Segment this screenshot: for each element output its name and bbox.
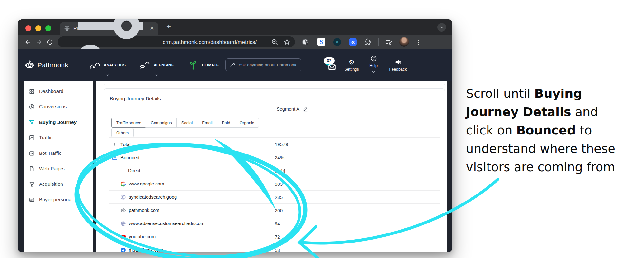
table-row-direct[interactable]: Direct3044 bbox=[109, 164, 440, 177]
filter-tab-paid[interactable]: Paid bbox=[217, 118, 235, 128]
help-button[interactable]: Help bbox=[363, 49, 384, 81]
feedback-button[interactable]: Feedback bbox=[384, 49, 412, 81]
media-controls-button[interactable] bbox=[384, 38, 393, 46]
main-content: Buying Journey Details Segment A Traffic… bbox=[96, 81, 447, 252]
row-label: syndicatedsearch.goog bbox=[129, 194, 177, 200]
robot-icon bbox=[25, 60, 34, 70]
brand-logo[interactable]: Pathmonk bbox=[25, 49, 68, 81]
puzzle-icon bbox=[364, 38, 372, 46]
zoom-out-icon[interactable] bbox=[271, 38, 278, 45]
avatar[interactable] bbox=[399, 37, 409, 47]
help-label: Help bbox=[369, 64, 378, 68]
nav-item-climate[interactable]: CLIMATE bbox=[187, 49, 219, 81]
sidebar-item-acquisition[interactable]: Acquisition bbox=[24, 176, 93, 192]
segment-selector[interactable]: Segment A bbox=[277, 106, 308, 112]
persona-card-icon bbox=[29, 197, 35, 203]
row-value: 983 bbox=[275, 181, 283, 187]
table-row-pathmonk-com[interactable]: pathmonk.com200 bbox=[109, 204, 440, 217]
gear-icon: ⚙ bbox=[348, 59, 355, 65]
notification-badge: 37 bbox=[324, 57, 335, 64]
row-label: Total bbox=[120, 142, 131, 147]
plus-icon[interactable] bbox=[112, 141, 118, 147]
row-label: www.google.com bbox=[129, 181, 164, 186]
table-row-www-adsensecustomsearchads-com[interactable]: www.adsensecustomsearchads.com94 bbox=[109, 217, 440, 230]
sidebar-item-bot-traffic[interactable]: Bot Traffic bbox=[24, 145, 93, 161]
table-row-syndicatedsearch-goog[interactable]: syndicatedsearch.goog235 bbox=[109, 191, 440, 204]
stripe-extension-icon: S bbox=[317, 38, 325, 46]
bookmark-star-icon[interactable] bbox=[283, 38, 290, 45]
ask-placeholder: Ask anything about Pathmonk bbox=[239, 63, 296, 67]
address-bar[interactable]: crm.pathmonk.com/dashboard/metrics/ bbox=[58, 36, 295, 47]
sidebar-item-traffic[interactable]: Traffic bbox=[24, 130, 93, 145]
card-title: Buying Journey Details bbox=[110, 96, 161, 102]
grid-icon bbox=[29, 88, 35, 94]
forward-button[interactable] bbox=[33, 37, 44, 47]
table-row-youtube-com[interactable]: youtube.com72 bbox=[109, 230, 440, 243]
rewind-extension-icon[interactable]: « bbox=[349, 38, 357, 46]
back-button[interactable] bbox=[22, 37, 33, 47]
row-value: 235 bbox=[275, 194, 283, 200]
new-tab-button[interactable]: + bbox=[166, 22, 171, 31]
table-row-bounced[interactable]: Bounced24% bbox=[109, 151, 440, 164]
annotation-line: Scroll until Buying bbox=[466, 84, 637, 103]
pencil-icon[interactable] bbox=[303, 106, 308, 112]
table-row-m-facebook-com[interactable]: m.facebook.com53 bbox=[109, 243, 440, 252]
browser-menu-button[interactable]: ⋮ bbox=[415, 38, 421, 46]
tab-list-chevron-button[interactable] bbox=[437, 23, 446, 32]
sidebar-item-label: Dashboard bbox=[39, 88, 63, 94]
sidebar-item-web-pages[interactable]: Web Pages bbox=[24, 161, 93, 176]
settings-label: Settings bbox=[344, 67, 359, 72]
sidebar-item-conversions[interactable]: Conversions bbox=[24, 99, 93, 114]
nav-label: ANALYTICS bbox=[104, 63, 126, 67]
row-value: 72 bbox=[275, 234, 280, 240]
sidebar-item-label: Traffic bbox=[39, 135, 52, 141]
filter-tab-campaigns[interactable]: Campaigns bbox=[146, 118, 177, 128]
row-label: www.adsensecustomsearchads.com bbox=[129, 221, 204, 226]
chat-extension-icon[interactable]: ✳ bbox=[333, 38, 341, 46]
close-window-button[interactable] bbox=[25, 25, 31, 31]
app-nav: ANALYTICS AI ENGINE CLIMATE bbox=[89, 49, 219, 81]
extensions-menu-button[interactable] bbox=[364, 38, 372, 46]
row-label: m.facebook.com bbox=[129, 247, 163, 252]
window-controls bbox=[25, 25, 51, 31]
chat-extension-icon: ✳ bbox=[333, 38, 341, 46]
minimize-window-button[interactable] bbox=[35, 25, 41, 31]
page-icon bbox=[29, 166, 35, 172]
filter-tab-email[interactable]: Email bbox=[197, 118, 217, 128]
mail-icon bbox=[327, 63, 337, 71]
ask-search-box[interactable]: Ask anything about Pathmonk bbox=[225, 58, 301, 71]
google-favicon bbox=[120, 181, 126, 187]
chevron-down-icon bbox=[155, 73, 159, 77]
settings-button[interactable]: ⚙ Settings bbox=[340, 49, 363, 81]
app-body: Dashboard Conversions Buying Journey Tra… bbox=[18, 81, 452, 252]
back-arrow-icon bbox=[24, 39, 31, 45]
table-row-total[interactable]: Total19579 bbox=[109, 138, 440, 151]
annotation-line: understand where these bbox=[466, 140, 637, 158]
feedback-label: Feedback bbox=[389, 67, 407, 72]
notifications-button[interactable]: 37 bbox=[322, 49, 342, 81]
sidebar-item-buying-journey[interactable]: Buying Journey bbox=[24, 114, 93, 130]
filter-tab-others[interactable]: Others bbox=[111, 128, 134, 137]
browser-window: Pathmonk ✕ + crm.pathmonk.com/dashboard/… bbox=[18, 19, 452, 252]
filter-tab-organic[interactable]: Organic bbox=[235, 118, 259, 128]
ai-engine-icon bbox=[139, 61, 151, 70]
funnel-icon bbox=[29, 119, 35, 125]
sidebar-item-buyer-persona[interactable]: Buyer persona bbox=[24, 192, 93, 207]
stripe-extension-icon[interactable]: S bbox=[317, 38, 326, 46]
pathmonk-favicon bbox=[120, 208, 126, 213]
filter-tab-traffic-source[interactable]: Traffic source bbox=[111, 118, 146, 128]
minus-square-icon[interactable] bbox=[112, 154, 118, 160]
reload-button[interactable] bbox=[44, 37, 55, 47]
filter-tab-social[interactable]: Social bbox=[176, 118, 197, 128]
row-value: 94 bbox=[275, 221, 280, 226]
zoom-window-button[interactable] bbox=[45, 25, 51, 31]
row-label: youtube.com bbox=[129, 234, 156, 239]
nav-item-ai-engine[interactable]: AI ENGINE bbox=[139, 49, 174, 81]
privacy-extension-icon bbox=[302, 38, 309, 46]
nav-item-analytics[interactable]: ANALYTICS bbox=[89, 49, 126, 81]
table-row-www-google-com[interactable]: www.google.com983 bbox=[109, 177, 440, 191]
sidebar-item-dashboard[interactable]: Dashboard bbox=[24, 84, 93, 99]
extension-icons: S✳« bbox=[301, 38, 357, 46]
privacy-extension-icon[interactable] bbox=[301, 38, 310, 46]
playlist-icon bbox=[385, 38, 393, 46]
